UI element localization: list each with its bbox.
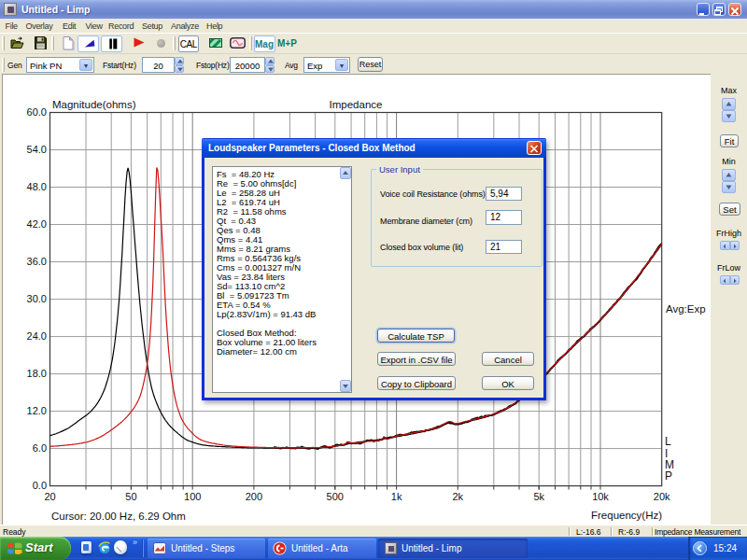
svg-text:P: P [665, 469, 672, 483]
svg-text:12.0: 12.0 [27, 405, 47, 416]
svg-text:60.0: 60.0 [27, 106, 47, 118]
svg-text:Frequency(Hz): Frequency(Hz) [591, 510, 662, 521]
svg-text:0.0: 0.0 [33, 480, 47, 491]
svg-text:6.0: 6.0 [33, 442, 47, 454]
svg-text:Cursor: 20.00 Hz, 6.29 Ohm: Cursor: 20.00 Hz, 6.29 Ohm [51, 511, 186, 522]
svg-text:48.0: 48.0 [27, 181, 47, 192]
svg-text:30.0: 30.0 [27, 293, 47, 304]
svg-text:L: L [665, 435, 671, 448]
svg-text:54.0: 54.0 [27, 144, 47, 155]
svg-text:42.0: 42.0 [27, 218, 47, 230]
svg-text:Avg:Exp: Avg:Exp [666, 303, 706, 315]
svg-text:Magnitude(ohms): Magnitude(ohms) [52, 99, 136, 110]
svg-text:18.0: 18.0 [27, 368, 47, 379]
svg-text:20k: 20k [654, 491, 670, 502]
svg-text:20: 20 [44, 491, 55, 502]
svg-text:Impedance: Impedance [330, 99, 383, 110]
svg-text:36.0: 36.0 [27, 256, 47, 267]
svg-text:50: 50 [125, 491, 136, 502]
svg-text:24.0: 24.0 [27, 330, 47, 342]
svg-text:10k: 10k [592, 491, 609, 502]
svg-text:2k: 2k [452, 491, 463, 502]
svg-text:1k: 1k [391, 491, 402, 502]
svg-text:500: 500 [327, 491, 344, 502]
svg-text:200: 200 [246, 491, 262, 502]
svg-text:5k: 5k [533, 491, 544, 502]
svg-text:100: 100 [184, 491, 201, 502]
